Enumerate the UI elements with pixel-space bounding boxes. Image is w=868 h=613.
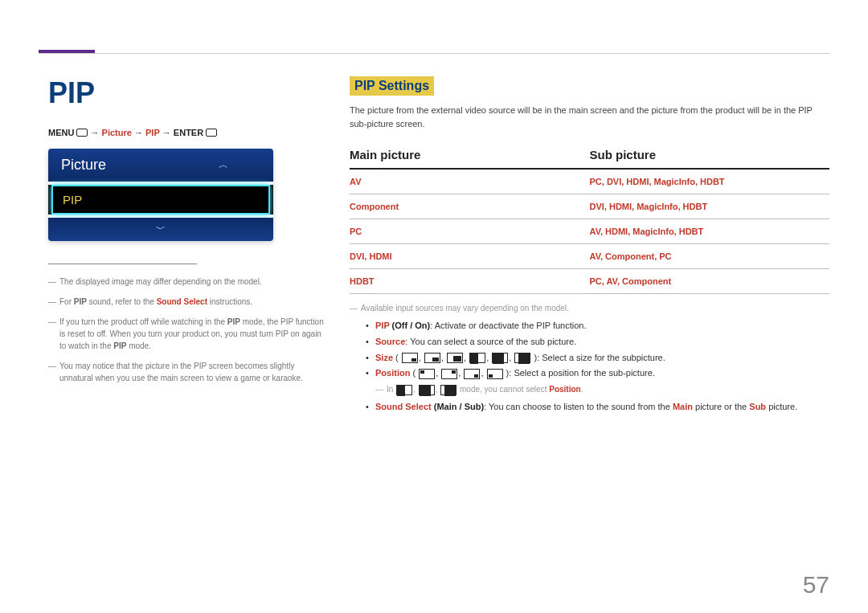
cell-main-picture: PC [350,219,590,244]
bullet-size: Size ( , , , , , ): Select a size for th… [366,350,829,366]
table-row: PCAV, HDMI, MagicInfo, HDBT [350,219,829,244]
left-column: PIP MENU → Picture → PIP → ENTER Picture… [48,76,350,415]
osd-footer: ﹀ [48,218,273,241]
section-title: PIP Settings [350,76,434,96]
size-label: Size [375,353,393,362]
arrow-1: → [91,128,102,137]
osd-header: Picture ︿ [48,149,273,182]
size-icon-large [447,353,463,363]
cell-sub-picture: AV, HDMI, MagicInfo, HDBT [590,219,830,244]
table-header-main: Main picture [350,143,590,169]
menu-icon [76,129,88,137]
source-desc: : You can select a source of the sub pic… [405,337,576,346]
osd-title: Picture [61,157,106,174]
bullet-source: Source: You can select a source of the s… [366,334,829,350]
position-icon-bottom-left [487,369,503,379]
arrow-3: → [162,128,174,137]
pip-label: PIP [375,321,390,330]
size-icon-split-left [492,353,508,363]
footnote: The displayed image may differ depending… [48,276,326,288]
size-icon-medium [424,353,440,363]
size-icon-split-right [514,353,530,363]
pip-desc: : Activate or deactivate the PIP functio… [430,321,586,330]
cell-sub-picture: PC, AV, Component [590,269,830,294]
source-label: Source [375,337,405,346]
arrow-2: → [134,128,145,137]
footnote: For PIP sound, refer to the Sound Select… [48,296,326,308]
ss-desc-a: : You can choose to listen to the sound … [484,402,673,411]
size-icon-split-even-2 [396,385,412,395]
settings-bullets: PIP (Off / On): Activate or deactivate t… [350,318,829,415]
posnote-key: Position [549,385,580,394]
table-row: AVPC, DVI, HDMI, MagicInfo, HDBT [350,169,829,194]
ss-main: Main [673,402,693,411]
table-row: HDBTPC, AV, Component [350,269,829,294]
bullet-position: Position ( , , , ): Select a position fo… [366,366,829,396]
caret-down-icon: ﹀ [156,223,166,235]
posnote-pre: In [387,385,395,394]
menu-path: MENU → Picture → PIP → ENTER [48,128,326,137]
size-icon-split-even [469,353,485,363]
size-icon-split-left-2 [419,385,435,395]
position-icon-top-right [441,369,457,379]
top-horizontal-rule [39,53,829,54]
bullet-pip: PIP (Off / On): Activate or deactivate t… [366,318,829,334]
size-icon-small [402,353,418,363]
table-row: DVI, HDMIAV, Component, PC [350,244,829,269]
enter-icon [206,129,217,137]
menu-label: MENU [48,128,74,137]
size-icon-split-right-2 [440,385,457,395]
ss-options: (Main / Sub) [432,402,484,411]
cell-sub-picture: PC, DVI, HDMI, MagicInfo, HDBT [590,169,830,194]
section-description: The picture from the external video sour… [350,104,829,130]
cell-main-picture: Component [350,194,590,219]
osd-preview-panel: Picture ︿ PIP ﹀ [48,149,273,241]
position-desc: : Select a position for the sub-picture. [509,368,655,378]
below-table-section: Available input sources may vary dependi… [350,302,829,415]
osd-row: PIP [48,185,273,215]
position-icon-bottom-right [464,369,480,379]
availability-note: Available input sources may vary dependi… [350,302,829,315]
position-label: Position [375,368,410,378]
ss-sub: Sub [749,402,766,411]
page-content: PIP MENU → Picture → PIP → ENTER Picture… [48,76,829,415]
ss-end: picture. [766,402,797,411]
cell-main-picture: HDBT [350,269,590,294]
page-title: PIP [48,76,326,110]
ss-label: Sound Select [375,402,432,411]
table-row: ComponentDVI, HDMI, MagicInfo, HDBT [350,194,829,219]
cell-main-picture: AV [350,169,590,194]
bullet-sound-select: Sound Select (Main / Sub): You can choos… [366,399,829,415]
page-number: 57 [803,571,829,599]
footnote: If you turn the product off while watchi… [48,316,326,352]
cell-sub-picture: AV, Component, PC [590,244,830,269]
footnote: You may notice that the picture in the P… [48,360,326,384]
posnote-end: . [581,385,583,394]
cell-main-picture: DVI, HDMI [350,244,590,269]
pip-options: (Off / On) [390,321,431,330]
caret-up-icon: ︿ [219,158,228,172]
ss-mid: picture or the [693,402,749,411]
pip-compatibility-table: Main picture Sub picture AVPC, DVI, HDMI… [350,143,829,294]
path-pip: PIP [145,128,160,137]
size-desc: : Select a size for the subpicture. [537,353,665,362]
path-picture: Picture [102,128,132,137]
notes-list: The displayed image may differ depending… [48,276,326,384]
notes-divider [48,264,197,264]
cell-sub-picture: DVI, HDMI, MagicInfo, HDBT [590,194,830,219]
table-header-sub: Sub picture [590,143,830,169]
position-restriction-note: In , , mode, you cannot select Position. [375,383,829,396]
posnote-mid: mode, you cannot select [460,385,549,394]
enter-label: ENTER [174,128,203,137]
right-column: PIP Settings The picture from the extern… [350,76,829,415]
osd-selected-item[interactable]: PIP [51,185,270,215]
position-icon-top-left [419,369,435,379]
